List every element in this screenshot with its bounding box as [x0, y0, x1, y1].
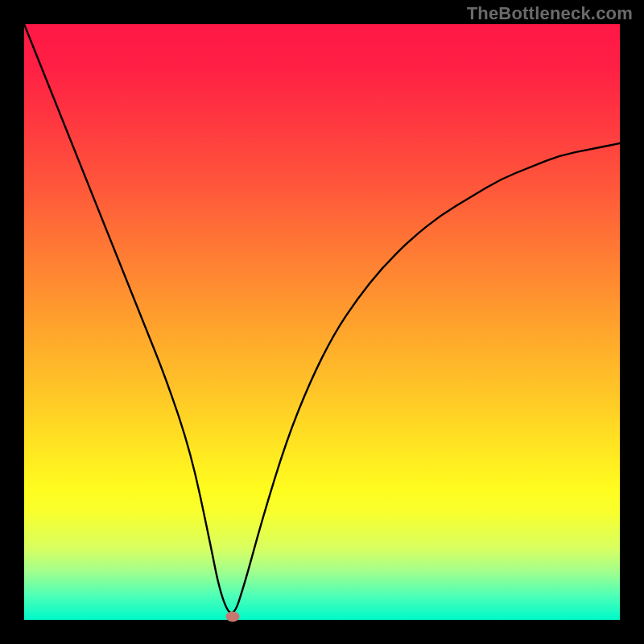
minimum-marker [226, 612, 240, 622]
chart-frame: TheBottleneck.com [0, 0, 644, 644]
bottleneck-curve [24, 24, 620, 620]
plot-area [24, 24, 620, 620]
watermark-text: TheBottleneck.com [467, 3, 633, 24]
